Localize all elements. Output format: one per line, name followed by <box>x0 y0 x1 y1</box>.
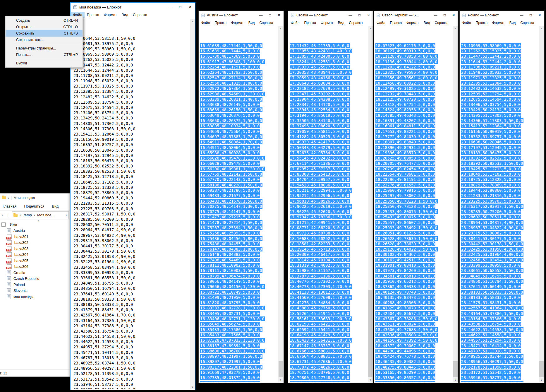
title-bar[interactable]: Austria — Блокнот — □ × <box>199 11 284 20</box>
breadcrumb-prefix[interactable]: « <box>20 213 22 217</box>
file-menu-item[interactable]: Сохранить как... <box>6 37 83 43</box>
menu-item[interactable]: Вид <box>507 20 518 26</box>
ribbon-tab[interactable]: Главная <box>3 204 17 208</box>
text-area[interactable]: 17.11432,43.21785,5,0,0,017.13056,43.424… <box>289 26 368 382</box>
address-dropdown-icon[interactable]: ∨ <box>65 214 67 217</box>
file-menu-item[interactable] <box>15 59 81 59</box>
file-item[interactable]: JPG baza301 <box>0 234 70 240</box>
menu-item[interactable]: Правка <box>212 20 229 26</box>
file-menu-item[interactable]: Открыть... CTRL+O <box>6 24 83 30</box>
menu-item[interactable]: Вид <box>246 20 257 26</box>
menu-item[interactable]: Файл <box>289 20 302 26</box>
select-all-checkbox[interactable] <box>1 222 6 227</box>
chevron-down-icon[interactable]: ∨ <box>0 214 4 217</box>
scroll-down-icon[interactable]: ∨ <box>368 377 373 382</box>
minimize-button[interactable]: — <box>431 11 440 20</box>
scroll-down-icon[interactable]: ∨ <box>453 377 458 382</box>
menu-item[interactable]: Справка <box>346 20 365 26</box>
breadcrumb-temp[interactable]: temp <box>24 213 32 217</box>
close-button[interactable]: × <box>274 11 284 20</box>
scroll-thumb[interactable] <box>539 361 544 377</box>
maximize-button[interactable]: □ <box>175 3 185 11</box>
text-area[interactable]: 23.10644,53.58153,1,50,0,023.10681,53.13… <box>71 19 190 389</box>
file-item[interactable]: JPG Poland <box>0 282 70 288</box>
scroll-down-icon[interactable]: ∨ <box>190 384 195 389</box>
minimize-button[interactable]: — <box>165 3 175 11</box>
breadcrumb-current[interactable]: Моя пое... <box>37 213 54 217</box>
menu-item[interactable]: Файл <box>199 20 212 26</box>
file-item[interactable]: JPG Croatia <box>0 270 70 276</box>
title-bar[interactable]: Poland — Блокнот — □ × <box>460 11 544 20</box>
text-area[interactable]: 16.61639,48.17444,1,50,0,016.61639,48.17… <box>199 26 279 382</box>
scroll-down-icon[interactable]: ∨ <box>278 377 283 382</box>
maximize-button[interactable]: □ <box>440 11 449 20</box>
name-column-header[interactable]: Имя <box>10 222 17 227</box>
menu-item[interactable]: Формат <box>490 20 507 26</box>
minimize-button[interactable]: — <box>346 11 355 20</box>
text-area[interactable]: 23.10969,53.58969,5,0,0,023.11262,53.150… <box>460 26 539 382</box>
title-bar[interactable]: Czech Republic — Б... — □ × <box>374 11 458 20</box>
menu-item[interactable]: Правка <box>388 20 404 26</box>
maximize-button[interactable]: □ <box>526 11 535 20</box>
address-bar[interactable]: « temp › Моя пое... ∨ <box>12 211 69 219</box>
file-item[interactable]: JPG baza304 <box>0 252 70 258</box>
scroll-up-icon[interactable]: ∧ <box>278 26 283 31</box>
title-bar[interactable]: моя поездка — Блокнот — □ × <box>71 3 195 11</box>
menu-item[interactable]: Вид <box>119 12 131 18</box>
maximize-button[interactable]: □ <box>265 11 274 20</box>
scroll-up-icon[interactable]: ∧ <box>368 26 373 31</box>
ribbon-tab[interactable]: Вид <box>52 204 59 208</box>
scroll-thumb[interactable] <box>279 361 283 377</box>
menu-item[interactable]: Формат <box>229 20 246 26</box>
explorer-title-bar[interactable]: ▾ | Моя поездка <box>0 194 70 202</box>
vertical-scrollbar[interactable]: ∧ ∨ <box>539 26 544 382</box>
menu-item[interactable]: Формат <box>404 20 421 26</box>
ribbon-tab[interactable]: Поделиться <box>24 204 44 208</box>
menu-item[interactable]: Формат <box>318 20 336 26</box>
close-button[interactable]: × <box>535 11 544 20</box>
file-item[interactable]: JPG моя поездка <box>0 294 70 300</box>
scroll-down-icon[interactable]: ∨ <box>539 377 544 382</box>
menu-item[interactable]: Вид <box>421 20 432 26</box>
vertical-scrollbar[interactable]: ∧ ∨ <box>278 26 283 382</box>
file-item[interactable]: JPG baza302 <box>0 240 70 246</box>
file-menu-item[interactable]: Создать CTRL+N <box>6 17 83 24</box>
file-item[interactable]: JPG Slovenia <box>0 288 70 294</box>
close-button[interactable]: × <box>364 11 373 20</box>
text-area[interactable]: 18.07523,49.62176,5,0,0,018.08127,49.603… <box>374 26 453 382</box>
file-item[interactable]: JPG baza306 <box>0 264 70 270</box>
menu-item[interactable]: Справка <box>432 20 451 26</box>
menu-item[interactable]: Формат <box>102 12 119 18</box>
maximize-button[interactable]: □ <box>355 11 364 20</box>
menu-item[interactable]: Правка <box>473 20 490 26</box>
menu-item[interactable]: Вид <box>336 20 347 26</box>
scroll-thumb[interactable] <box>453 361 458 377</box>
minimize-button[interactable]: — <box>517 11 526 20</box>
file-item[interactable]: JPG Czech Republic <box>0 276 70 282</box>
scroll-thumb[interactable] <box>368 290 372 377</box>
vertical-scrollbar[interactable]: ∧ ∨ <box>190 19 195 389</box>
quick-access-arrow-icon[interactable]: ▾ <box>8 197 9 199</box>
vertical-scrollbar[interactable]: ∧ ∨ <box>368 26 373 382</box>
minimize-button[interactable]: — <box>256 11 265 20</box>
file-item[interactable]: JPG baza305 <box>0 258 70 264</box>
close-button[interactable]: × <box>185 3 195 11</box>
menu-item[interactable]: Файл <box>374 20 388 26</box>
file-menu-item[interactable]: Выход <box>6 60 83 66</box>
menu-item[interactable]: Правка <box>85 12 102 18</box>
close-button[interactable]: × <box>449 11 458 20</box>
file-item[interactable]: JPG Austria <box>0 228 70 234</box>
file-menu-item[interactable]: Сохранить CTRL+S <box>6 30 83 37</box>
menu-item[interactable]: Правка <box>302 20 319 26</box>
scroll-up-icon[interactable]: ∧ <box>453 26 458 31</box>
up-arrow-icon[interactable]: ↑ <box>6 213 10 218</box>
vertical-scrollbar[interactable]: ∧ ∨ <box>453 26 458 382</box>
scroll-up-icon[interactable]: ∧ <box>539 26 544 31</box>
file-menu-item[interactable] <box>15 44 81 44</box>
menu-item[interactable]: Справка <box>518 20 536 26</box>
scroll-up-icon[interactable]: ∧ <box>190 19 195 24</box>
title-bar[interactable]: Croatia — Блокнот — □ × <box>288 11 373 20</box>
menu-item[interactable]: Файл <box>460 20 473 26</box>
menu-item[interactable]: Справка <box>131 12 150 18</box>
file-menu-item[interactable]: Печать... CTRL+P <box>6 52 83 58</box>
